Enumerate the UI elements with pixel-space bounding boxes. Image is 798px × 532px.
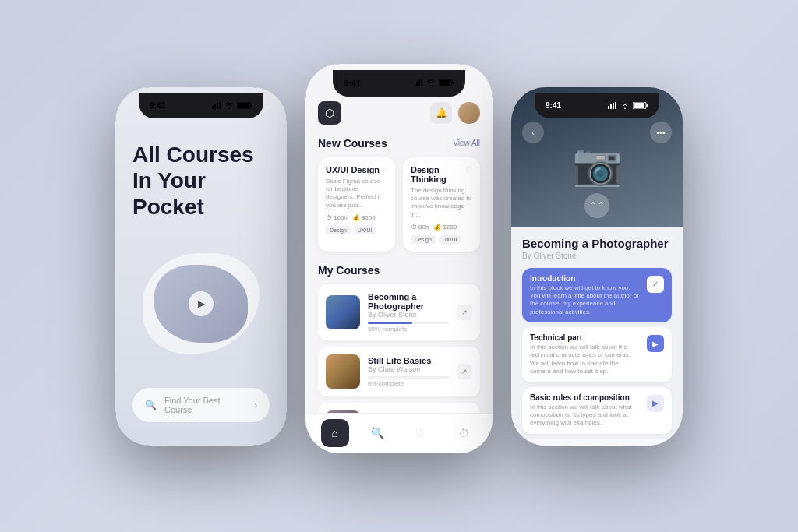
progress-bar-fill-1 xyxy=(368,322,412,324)
course-card-uxui[interactable]: UX/UI Design ♡ Basic Figma course for be… xyxy=(318,157,395,252)
lesson-desc-1: In this block we will get to know you. Y… xyxy=(530,284,641,317)
avatar[interactable] xyxy=(458,102,480,124)
lesson-title-2: Technical part xyxy=(530,333,641,342)
course-card-design-thinking[interactable]: Design Thinking ♡ The design thinking co… xyxy=(403,157,480,252)
course-arrow-1[interactable]: ↗ xyxy=(457,305,472,320)
course-card-header-2: Design Thinking ♡ xyxy=(411,165,472,184)
lesson-check-button-1[interactable]: ✓ xyxy=(647,276,664,293)
my-courses-header: My Courses xyxy=(318,264,480,277)
nav-home[interactable]: ⌂ xyxy=(321,419,349,447)
course-name-2: Still Life Basics xyxy=(368,356,449,365)
list-item[interactable]: Basic rules of composition In this secti… xyxy=(522,387,672,434)
home-icon: ⌂ xyxy=(331,427,337,439)
clock-icon-1: ⏱ xyxy=(326,214,332,221)
clock-icon-2: ⏱ xyxy=(411,224,417,231)
hero-blob-inner: ▶ xyxy=(154,265,248,343)
search-placeholder-text: Find Your Best Course xyxy=(164,396,246,414)
heart-icon-2[interactable]: ♡ xyxy=(465,165,472,174)
wifi-icon xyxy=(224,102,234,109)
clock-icon-nav: ⏱ xyxy=(458,427,469,439)
hero-text: All Courses In Your Pocket xyxy=(132,142,270,220)
list-item[interactable]: Technical part In this section we will t… xyxy=(522,327,672,382)
more-options-button[interactable]: ••• xyxy=(650,122,672,143)
play-button[interactable]: ▶ xyxy=(189,291,214,316)
course-detail-author: By Oliver Stone xyxy=(522,252,672,260)
wifi-icon-right xyxy=(620,102,630,109)
course-desc-1: Basic Figma course for beginner designer… xyxy=(326,178,387,210)
notifications-button[interactable]: 🔔 xyxy=(430,102,452,124)
svg-rect-14 xyxy=(608,106,609,109)
list-item: Homework #1 Take photograph... 🔒 xyxy=(522,439,672,446)
lesson-text-3: Basic rules of composition In this secti… xyxy=(530,393,641,428)
svg-rect-3 xyxy=(219,102,221,109)
list-item[interactable]: Introduction In this block we will get t… xyxy=(522,268,672,323)
lesson-title-4: Homework #1 xyxy=(530,445,641,446)
back-button[interactable]: ‹ xyxy=(522,122,544,143)
course-hours-2: ⏱ 80h xyxy=(411,224,429,231)
course-thumb-2 xyxy=(326,354,360,389)
tag-uxui-2: UX/UI xyxy=(439,235,461,244)
heart-icon-1[interactable]: ♡ xyxy=(380,165,387,174)
course-info-1: Becoming a Photographer By Oliver Stone … xyxy=(368,292,449,333)
lesson-title-1: Introduction xyxy=(530,274,641,283)
course-meta-2: ⏱ 80h 💰 $200 xyxy=(411,224,472,231)
courses-row: UX/UI Design ♡ Basic Figma course for be… xyxy=(318,157,480,252)
notch-left: 9:41 xyxy=(139,93,263,118)
tag-design-1: Design xyxy=(326,226,351,234)
svg-rect-13 xyxy=(453,82,454,84)
course-detail-title: Becoming a Photographer xyxy=(522,237,672,250)
hero-title: All Courses In Your Pocket xyxy=(132,142,270,220)
search-icon-nav: 🔍 xyxy=(371,427,384,439)
course-info-2: Still Life Basics By Clara Watson 0% com… xyxy=(368,356,449,387)
svg-rect-9 xyxy=(418,80,420,86)
status-icons-left xyxy=(212,102,252,109)
signal-icon-right xyxy=(608,102,617,109)
new-courses-title: New Courses xyxy=(318,137,387,150)
lesson-list: Introduction In this block we will get t… xyxy=(522,268,672,446)
scroll-up-button[interactable]: ⌃⌃ xyxy=(584,193,609,218)
heart-icon-nav: ♡ xyxy=(415,427,425,439)
nav-search[interactable]: 🔍 xyxy=(364,419,392,447)
app-logo: ⬡ xyxy=(318,101,341,125)
status-time-left: 9:41 xyxy=(150,101,165,110)
svg-rect-20 xyxy=(647,104,648,107)
tag-uxui-1: UX/UI xyxy=(354,226,376,234)
notch-right: 9:41 xyxy=(535,93,659,118)
header-right: 🔔 xyxy=(430,102,480,124)
list-item[interactable]: Becoming a Photographer By Oliver Stone … xyxy=(318,284,480,340)
status-time-middle: 9:41 xyxy=(344,79,361,88)
course-meta-1: ⏱ 160h 💰 $600 xyxy=(326,214,387,221)
notch-middle: 9:41 xyxy=(333,70,465,97)
course-tags-2: Design UX/UI xyxy=(411,235,472,244)
view-all-button[interactable]: View All xyxy=(453,139,480,147)
svg-rect-5 xyxy=(238,103,249,108)
new-courses-header: New Courses View All xyxy=(318,137,480,150)
search-icon: 🔍 xyxy=(145,400,157,410)
thumb-photo-1 xyxy=(326,295,360,329)
list-item[interactable]: Still Life Basics By Clara Watson 0% com… xyxy=(318,347,480,396)
thumb-still-2 xyxy=(326,354,360,389)
hero-blob: ▶ xyxy=(143,253,260,354)
search-bar[interactable]: 🔍 Find Your Best Course › xyxy=(132,388,270,422)
lesson-play-button-3[interactable]: ▶ xyxy=(647,395,664,412)
svg-rect-6 xyxy=(251,104,252,107)
course-arrow-2[interactable]: ↗ xyxy=(457,364,472,379)
phone-middle: 9:41 ⬡ 🔔 New Courses View All xyxy=(305,64,493,453)
hero-image-area: ▶ xyxy=(132,235,270,372)
course-thumb-1 xyxy=(326,295,360,329)
signal-icon xyxy=(212,102,221,109)
lesson-text-4: Homework #1 Take photograph... xyxy=(530,445,641,446)
svg-rect-7 xyxy=(414,83,415,86)
bottom-nav: ⌂ 🔍 ♡ ⏱ xyxy=(305,413,493,453)
svg-rect-0 xyxy=(212,106,214,109)
course-price-1: 💰 $600 xyxy=(352,214,376,221)
nav-history[interactable]: ⏱ xyxy=(450,419,478,447)
my-courses-title: My Courses xyxy=(318,264,380,277)
lesson-play-button-2[interactable]: ▶ xyxy=(647,335,664,352)
nav-favorites[interactable]: ♡ xyxy=(407,419,435,447)
phone-left: 9:41 All Courses In Your Pocket ▶ xyxy=(115,87,287,446)
course-author-1: By Oliver Stone xyxy=(368,311,449,319)
lesson-text-1: Introduction In this block we will get t… xyxy=(530,274,641,317)
course-desc-2: The design thinking course was created t… xyxy=(411,187,472,220)
wifi-icon-mid xyxy=(426,79,436,86)
